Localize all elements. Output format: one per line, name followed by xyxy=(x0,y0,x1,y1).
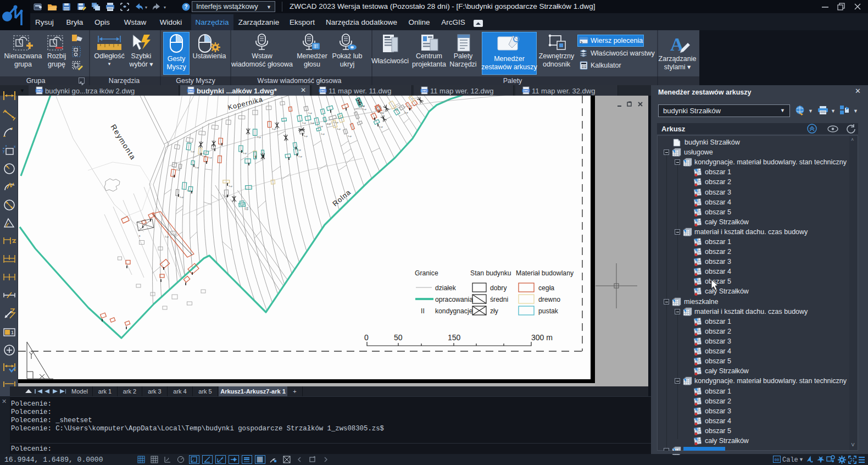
svg-text:300 m: 300 m xyxy=(531,333,553,342)
svg-text:1+p: 1+p xyxy=(229,185,233,187)
svg-text:1+p: 1+p xyxy=(380,112,385,114)
svg-text:50: 50 xyxy=(394,333,403,342)
svg-text:zły: zły xyxy=(490,307,499,315)
svg-text:Granice: Granice xyxy=(415,269,438,277)
svg-text:cegła: cegła xyxy=(538,284,554,292)
svg-text:1: 1 xyxy=(11,330,14,335)
svg-text:opracowania: opracowania xyxy=(435,296,473,303)
svg-text:1+p: 1+p xyxy=(257,136,261,139)
svg-text:1+p: 1+p xyxy=(191,150,195,153)
svg-text:1+p: 1+p xyxy=(302,121,307,124)
svg-text:1+p: 1+p xyxy=(304,135,308,137)
svg-text:g: g xyxy=(139,234,140,237)
svg-text:Kopernika: Kopernika xyxy=(227,96,264,112)
svg-text:II: II xyxy=(421,307,425,315)
svg-text:1+p: 1+p xyxy=(404,111,409,114)
svg-text:1+p: 1+p xyxy=(335,121,339,124)
svg-text:1+p: 1+p xyxy=(297,148,302,151)
svg-text:1+p: 1+p xyxy=(208,156,213,159)
svg-text:Materiał budowlany: Materiał budowlany xyxy=(516,269,574,277)
svg-text:1+p: 1+p xyxy=(348,135,352,137)
svg-text:1+p: 1+p xyxy=(379,125,383,128)
svg-text:1+p: 1+p xyxy=(308,112,313,114)
svg-text:1+p: 1+p xyxy=(180,196,184,198)
svg-text:1+p: 1+p xyxy=(319,125,324,128)
svg-text:00: 00 xyxy=(775,458,779,462)
svg-text:1+p: 1+p xyxy=(195,166,199,169)
svg-text:DWG: DWG xyxy=(320,90,326,92)
svg-text:Rolna: Rolna xyxy=(331,188,352,208)
svg-text:Stan budynku: Stan budynku xyxy=(470,269,511,277)
svg-text:DWG: DWG xyxy=(36,90,42,92)
svg-text:1+p: 1+p xyxy=(321,132,325,135)
svg-text:DWG: DWG xyxy=(421,90,427,92)
svg-text:1+p: 1+p xyxy=(337,128,341,130)
svg-text:y: y xyxy=(3,149,5,153)
svg-text:DWG: DWG xyxy=(523,90,529,92)
svg-text:1+p: 1+p xyxy=(363,108,367,110)
svg-text:Reymonta: Reymonta xyxy=(109,123,137,162)
svg-text:kondygnacje: kondygnacje xyxy=(435,307,473,315)
svg-text:średni: średni xyxy=(490,296,508,303)
svg-text:DWG: DWG xyxy=(188,90,194,92)
svg-text:1+p: 1+p xyxy=(327,123,331,125)
svg-text:1+p: 1+p xyxy=(244,206,249,209)
svg-text:dobry: dobry xyxy=(490,284,507,292)
svg-text:1+p: 1+p xyxy=(310,121,315,124)
svg-text:drewno: drewno xyxy=(538,296,560,303)
svg-text:x: x xyxy=(14,145,16,148)
svg-text:150: 150 xyxy=(448,333,461,342)
svg-text:?: ? xyxy=(184,4,187,10)
svg-text:1+p: 1+p xyxy=(243,152,247,154)
svg-text:działek: działek xyxy=(435,284,457,292)
svg-text:pustak: pustak xyxy=(538,307,559,315)
svg-text:1+p: 1+p xyxy=(298,155,303,158)
svg-text:1+p: 1+p xyxy=(165,235,169,238)
svg-text:0: 0 xyxy=(364,333,369,342)
